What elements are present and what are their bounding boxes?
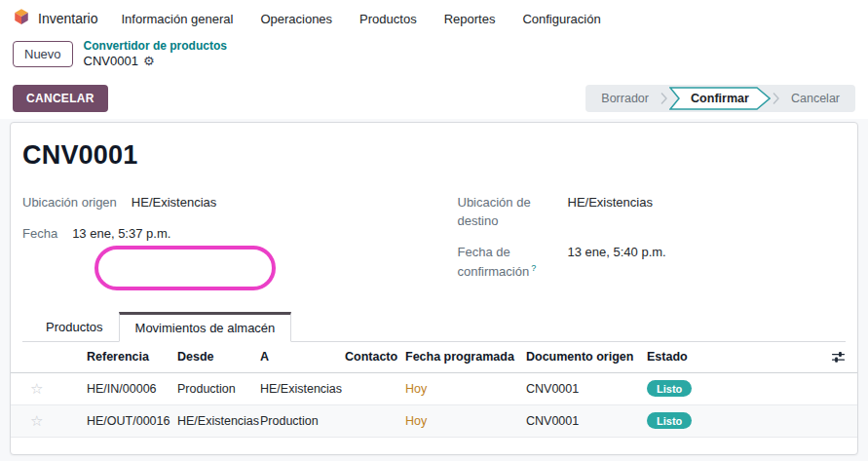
- destination-location-value[interactable]: HE/Existencias: [568, 194, 653, 231]
- field-origin-location: Ubicación origen HE/Existencias: [22, 194, 411, 212]
- status-step-borrador[interactable]: Borrador: [589, 92, 660, 105]
- header-options: [822, 342, 857, 373]
- tab-movimientos-de-almacen[interactable]: Movimientos de almacén: [119, 312, 292, 342]
- header-estado[interactable]: Estado: [647, 342, 822, 373]
- menu-configuracion[interactable]: Configuración: [522, 12, 600, 26]
- cell-contacto[interactable]: [345, 404, 405, 437]
- cell-documento-origen[interactable]: CNV0001: [526, 372, 647, 404]
- menu-reportes[interactable]: Reportes: [444, 12, 496, 26]
- star-icon[interactable]: ☆: [30, 412, 43, 429]
- status-badge: Listo: [647, 412, 692, 429]
- cell-desde[interactable]: Production: [177, 372, 260, 404]
- menu-operaciones[interactable]: Operaciones: [260, 12, 332, 26]
- cell-a[interactable]: HE/Existencias: [260, 372, 345, 404]
- app-name: Inventario: [38, 11, 97, 26]
- menu-informacion-general[interactable]: Información general: [121, 12, 233, 26]
- origin-location-value[interactable]: HE/Existencias: [132, 194, 216, 212]
- inventory-app-window: Inventario Información general Operacion…: [0, 0, 868, 461]
- menu-productos[interactable]: Productos: [359, 12, 417, 26]
- table-row[interactable]: ☆ HE/IN/00006 Production HE/Existencias …: [11, 372, 857, 404]
- header-desde[interactable]: Desde: [177, 342, 260, 373]
- notebook-tabbar: Productos Movimientos de almacén: [22, 312, 846, 342]
- cancel-record-button[interactable]: CANCELAR: [13, 85, 108, 112]
- cell-a[interactable]: Production: [260, 404, 345, 437]
- cell-referencia[interactable]: HE/IN/00006: [87, 372, 177, 404]
- table-row[interactable]: ☆ HE/OUT/00016 HE/Existencias Production…: [11, 404, 857, 437]
- date-label: Fecha: [22, 225, 57, 244]
- breadcrumb-parent-link[interactable]: Convertidor de productos: [84, 39, 227, 54]
- status-step-confirmar-label: Confirmar: [691, 92, 749, 105]
- optional-columns-icon[interactable]: [822, 350, 849, 365]
- field-confirmation-date: Fecha de confirmación? 13 ene, 5:40 p.m.: [458, 244, 847, 282]
- app-brand[interactable]: Inventario: [13, 8, 97, 29]
- date-value[interactable]: 13 ene, 5:37 p.m.: [72, 225, 170, 244]
- header-contacto[interactable]: Contacto: [345, 342, 405, 373]
- confirmation-date-label: Fecha de confirmación?: [458, 244, 568, 282]
- field-date: Fecha 13 ene, 5:37 p.m.: [22, 225, 411, 244]
- action-row: CANCELAR Borrador Confirmar Cancelar: [0, 77, 868, 119]
- breadcrumb: Convertidor de productos CNV0001 ⚙: [84, 39, 227, 69]
- destination-location-label: Ubicación de destino: [458, 194, 568, 231]
- header-star: [11, 342, 87, 373]
- field-destination-location: Ubicación de destino HE/Existencias: [458, 194, 847, 231]
- help-question-icon[interactable]: ?: [531, 263, 536, 273]
- header-a[interactable]: A: [260, 342, 345, 373]
- field-column-right: Ubicación de destino HE/Existencias Fech…: [458, 194, 847, 294]
- cell-referencia[interactable]: HE/OUT/00016: [87, 404, 177, 437]
- gear-icon[interactable]: ⚙: [143, 54, 155, 69]
- confirmation-date-value[interactable]: 13 ene, 5:40 p.m.: [568, 244, 666, 282]
- field-column-left: Ubicación origen HE/Existencias Fecha 13…: [22, 194, 411, 294]
- header-referencia[interactable]: Referencia: [87, 342, 177, 373]
- inventory-app-icon: [13, 8, 30, 29]
- header-documento-origen[interactable]: Documento origen: [526, 342, 647, 373]
- statusbar: Borrador Confirmar Cancelar: [585, 85, 855, 112]
- status-step-confirmar[interactable]: Confirmar: [669, 87, 771, 110]
- chevron-right-icon: [660, 92, 667, 105]
- stock-moves-table: Referencia Desde A Contacto Fecha progra…: [11, 342, 857, 461]
- table-header-row: Referencia Desde A Contacto Fecha progra…: [11, 342, 857, 373]
- field-grid: Ubicación origen HE/Existencias Fecha 13…: [22, 194, 846, 294]
- cell-desde[interactable]: HE/Existencias: [177, 404, 260, 437]
- cell-fecha-programada[interactable]: Hoy: [405, 404, 526, 437]
- status-step-cancelar[interactable]: Cancelar: [779, 92, 851, 105]
- new-button[interactable]: Nuevo: [13, 41, 73, 67]
- cell-contacto[interactable]: [345, 372, 405, 404]
- breadcrumb-current: CNV0001 ⚙: [84, 54, 227, 69]
- header-fecha-programada[interactable]: Fecha programada: [405, 342, 526, 373]
- origin-location-label: Ubicación origen: [22, 194, 117, 212]
- cell-estado[interactable]: Listo: [647, 372, 822, 404]
- top-navbar: Inventario Información general Operacion…: [0, 0, 868, 37]
- cell-fecha-programada[interactable]: Hoy: [405, 372, 526, 404]
- form-sheet: CNV0001 Ubicación origen HE/Existencias …: [10, 122, 858, 455]
- tab-productos[interactable]: Productos: [30, 313, 119, 341]
- cell-documento-origen[interactable]: CNV0001: [526, 404, 647, 437]
- chevron-right-icon: [773, 92, 779, 105]
- star-icon[interactable]: ☆: [30, 380, 43, 397]
- record-title[interactable]: CNV0001: [22, 140, 846, 171]
- breadcrumb-current-label: CNV0001: [84, 54, 138, 69]
- status-badge: Listo: [647, 380, 692, 397]
- cell-estado[interactable]: Listo: [647, 404, 822, 437]
- top-menu: Información general Operaciones Producto…: [121, 12, 600, 26]
- empty-row: [11, 437, 857, 461]
- breadcrumb-row: Nuevo Convertidor de productos CNV0001 ⚙: [0, 37, 868, 77]
